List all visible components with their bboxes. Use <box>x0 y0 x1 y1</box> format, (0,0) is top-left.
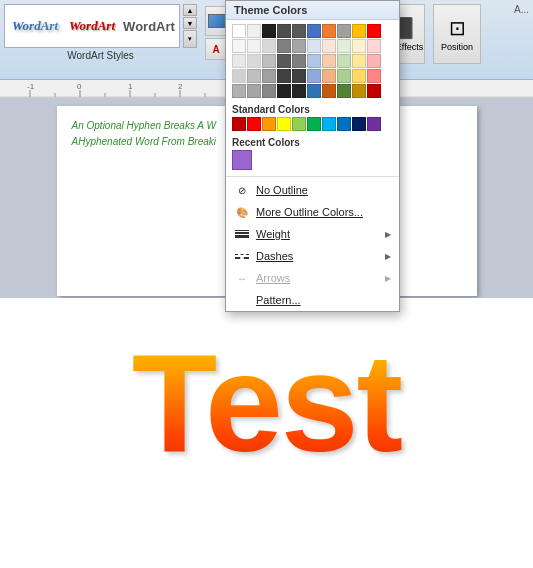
swatch-d6[interactable] <box>307 84 321 98</box>
swatch-r8[interactable] <box>337 54 351 68</box>
menu-item-pattern[interactable]: Pattern... <box>226 289 399 311</box>
std-swatch-3[interactable] <box>262 117 276 131</box>
wordart-style-2[interactable]: WordArt <box>64 7 120 45</box>
arrows-icon: ↔ <box>234 270 250 286</box>
menu-item-no-outline-label: No Outline <box>256 184 391 196</box>
standard-colors-row <box>232 117 393 131</box>
wordart-styles-label: WordArt Styles <box>67 50 134 61</box>
swatch-t10[interactable] <box>367 39 381 53</box>
swatch-r6[interactable] <box>307 54 321 68</box>
std-swatch-9[interactable] <box>352 117 366 131</box>
standard-colors-section: Standard Colors <box>226 102 399 135</box>
recent-colors-row <box>232 150 393 170</box>
swatch-d3[interactable] <box>262 84 276 98</box>
wordart-test-area: Test <box>0 298 533 508</box>
theme-color-row-3 <box>232 54 393 68</box>
swatch-d4[interactable] <box>277 84 291 98</box>
menu-item-dashes[interactable]: Dashes ▶ <box>226 245 399 267</box>
swatch-b2[interactable] <box>277 24 291 38</box>
swatch-s5[interactable] <box>292 69 306 83</box>
wordart-scroll-down[interactable]: ▼ <box>183 17 197 29</box>
wordart-test-word: Test <box>122 322 411 484</box>
menu-item-more-colors[interactable]: 🎨 More Outline Colors... <box>226 201 399 223</box>
swatch-d1[interactable] <box>232 84 246 98</box>
dashes-arrow: ▶ <box>385 252 391 261</box>
swatch-gray1[interactable] <box>337 24 351 38</box>
swatch-d10[interactable] <box>367 84 381 98</box>
swatch-r7[interactable] <box>322 54 336 68</box>
theme-color-row-5 <box>232 84 393 98</box>
swatch-r9[interactable] <box>352 54 366 68</box>
swatch-d7[interactable] <box>322 84 336 98</box>
std-swatch-1[interactable] <box>232 117 246 131</box>
swatch-b1[interactable] <box>262 24 276 38</box>
swatch-red1[interactable] <box>367 24 381 38</box>
dashes-icon <box>234 248 250 264</box>
swatch-t4[interactable] <box>277 39 291 53</box>
swatch-orange1[interactable] <box>322 24 336 38</box>
position-button[interactable]: ⊡ Position <box>433 4 481 64</box>
std-swatch-7[interactable] <box>322 117 336 131</box>
swatch-gold1[interactable] <box>352 24 366 38</box>
menu-item-weight[interactable]: Weight ▶ <box>226 223 399 245</box>
swatch-s3[interactable] <box>262 69 276 83</box>
swatch-t2[interactable] <box>247 39 261 53</box>
svg-text:2: 2 <box>178 82 183 91</box>
wordart-style-1[interactable]: WordArt <box>7 7 63 45</box>
swatch-s1[interactable] <box>232 69 246 83</box>
doc-text-line1: An Optional Hyphen Breaks A W <box>72 120 216 131</box>
swatch-w1[interactable] <box>232 24 246 38</box>
std-swatch-4[interactable] <box>277 117 291 131</box>
swatch-blue1[interactable] <box>307 24 321 38</box>
swatch-b3[interactable] <box>292 24 306 38</box>
theme-colors-title: Theme Colors <box>226 1 399 20</box>
swatch-s8[interactable] <box>337 69 351 83</box>
doc-text-line2: AHyphenated Word From Breaki <box>72 136 217 147</box>
swatch-r10[interactable] <box>367 54 381 68</box>
swatch-t3[interactable] <box>262 39 276 53</box>
swatch-t9[interactable] <box>352 39 366 53</box>
wordart-scroll-up[interactable]: ▲ <box>183 4 197 16</box>
swatch-r3[interactable] <box>262 54 276 68</box>
theme-color-row-2 <box>232 39 393 53</box>
menu-item-arrows[interactable]: ↔ Arrows ▶ <box>226 267 399 289</box>
svg-text:1: 1 <box>128 82 133 91</box>
swatch-s4[interactable] <box>277 69 291 83</box>
menu-item-no-outline[interactable]: ⊘ No Outline <box>226 179 399 201</box>
swatch-r4[interactable] <box>277 54 291 68</box>
swatch-t6[interactable] <box>307 39 321 53</box>
svg-text:-1: -1 <box>27 82 35 91</box>
swatch-r5[interactable] <box>292 54 306 68</box>
swatch-t7[interactable] <box>322 39 336 53</box>
pattern-icon <box>234 292 250 308</box>
recent-swatch-1[interactable] <box>232 150 252 170</box>
std-swatch-8[interactable] <box>337 117 351 131</box>
swatch-t1[interactable] <box>232 39 246 53</box>
swatch-d5[interactable] <box>292 84 306 98</box>
swatch-d9[interactable] <box>352 84 366 98</box>
swatch-s7[interactable] <box>322 69 336 83</box>
std-swatch-6[interactable] <box>307 117 321 131</box>
swatch-r2[interactable] <box>247 54 261 68</box>
swatch-w2[interactable] <box>247 24 261 38</box>
swatch-r1[interactable] <box>232 54 246 68</box>
wordart-scroll-expand[interactable]: ▾ <box>183 30 197 48</box>
std-swatch-10[interactable] <box>367 117 381 131</box>
wordart-scroll: ▲ ▼ ▾ <box>183 4 197 48</box>
position-label: Position <box>441 42 473 52</box>
swatch-t8[interactable] <box>337 39 351 53</box>
swatch-t5[interactable] <box>292 39 306 53</box>
std-swatch-2[interactable] <box>247 117 261 131</box>
recent-colors-label: Recent Colors <box>232 137 393 148</box>
swatch-s2[interactable] <box>247 69 261 83</box>
wordart-fill-button[interactable]: A <box>205 38 227 60</box>
swatch-s10[interactable] <box>367 69 381 83</box>
swatch-s6[interactable] <box>307 69 321 83</box>
wordart-items-row: WordArt WordArt WordArt <box>4 4 180 48</box>
std-swatch-5[interactable] <box>292 117 306 131</box>
swatch-d2[interactable] <box>247 84 261 98</box>
wordart-style-3[interactable]: WordArt <box>121 7 177 45</box>
swatch-d8[interactable] <box>337 84 351 98</box>
swatch-s9[interactable] <box>352 69 366 83</box>
no-outline-icon: ⊘ <box>234 182 250 198</box>
